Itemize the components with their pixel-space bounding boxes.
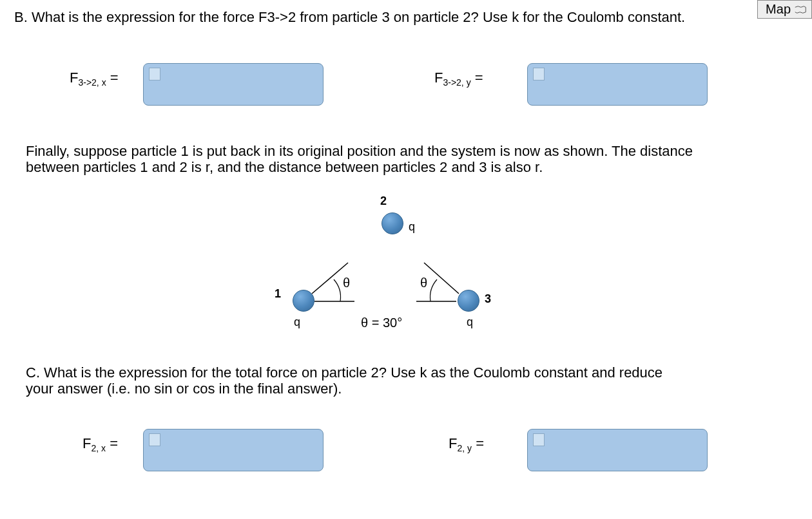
f2y-chip <box>533 433 545 446</box>
coulomb-diagram: 2 q 1 q 3 q θ θ θ = 30° <box>258 197 503 345</box>
f2x-chip <box>149 433 160 446</box>
theta-equals: θ = 30° <box>361 316 402 330</box>
f32y-label: F3->2, y = <box>434 70 483 88</box>
f2y-label: F2, y = <box>449 435 484 453</box>
f32y-answer-box[interactable] <box>527 63 708 106</box>
f32x-chip <box>149 68 160 80</box>
theta-right: θ <box>420 276 427 290</box>
map-icon <box>795 5 806 14</box>
f2x-label: F2, x = <box>82 435 118 453</box>
partB-prompt: B. What is the expression for the force … <box>14 9 775 25</box>
partC-prompt: C. What is the expression for the total … <box>26 364 670 397</box>
f32x-label: F3->2, x = <box>70 70 119 88</box>
f2x-answer-box[interactable] <box>143 429 324 471</box>
f32x-answer-box[interactable] <box>143 63 324 106</box>
theta-left: θ <box>343 276 350 290</box>
middle-paragraph: Finally, suppose particle 1 is put back … <box>26 143 728 176</box>
f2y-answer-box[interactable] <box>527 429 708 471</box>
svg-line-2 <box>424 263 459 294</box>
f32y-chip <box>533 68 545 80</box>
